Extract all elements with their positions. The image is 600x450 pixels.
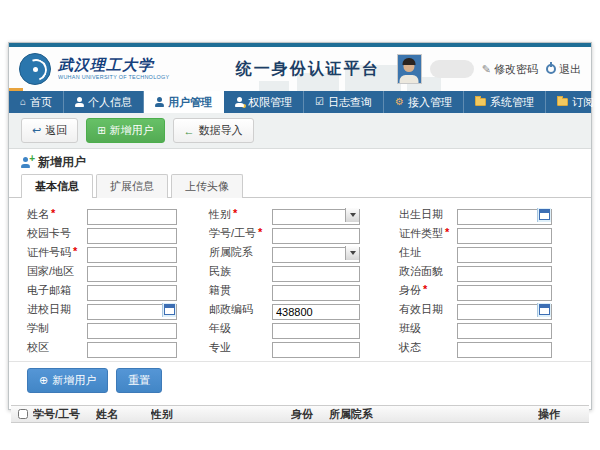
form-tabs: 基本信息 扩展信息 上传头像 <box>9 173 591 198</box>
add-user-label: 新增用户 <box>110 123 154 138</box>
field-class: 班级 <box>399 321 552 337</box>
field-label: 民族 <box>209 264 231 279</box>
back-label: 返回 <box>45 123 67 138</box>
major-input[interactable] <box>272 342 360 358</box>
student-id-input[interactable] <box>272 228 360 244</box>
address-input[interactable] <box>457 247 552 263</box>
logout-link[interactable]: 退出 <box>546 62 581 77</box>
data-import-button[interactable]: ← 数据导入 <box>173 118 254 143</box>
field-native-place: 籍贯 <box>209 283 360 299</box>
select-all-checkbox[interactable] <box>18 409 28 419</box>
nav-item-system-management[interactable]: 系统管理 <box>464 91 546 113</box>
field-label: 进校日期 <box>27 302 71 317</box>
dropdown-arrow-icon[interactable] <box>345 246 359 260</box>
university-name-en: WUHAN UNIVERSITY OF TECHNOLOGY <box>58 74 169 80</box>
calendar-icon[interactable] <box>162 303 176 317</box>
campus-card-input[interactable] <box>87 228 177 244</box>
field-label: 学号/工号 <box>209 226 256 241</box>
field-valid-date: 有效日期 <box>399 302 552 318</box>
field-postal-code: 邮政编码 <box>209 302 360 318</box>
folder-icon <box>475 98 486 106</box>
user-icon <box>155 97 164 107</box>
home-icon: ⌂ <box>20 97 26 107</box>
required-mark: * <box>51 207 55 222</box>
id-type-input[interactable] <box>457 228 552 244</box>
dropdown-arrow-icon[interactable] <box>345 208 359 222</box>
nav-item-access-management[interactable]: ⚙ 接入管理 <box>384 91 464 113</box>
form-row: 电子邮箱 籍贯 身份* <box>27 281 591 300</box>
field-id-type: 证件类型* <box>399 226 552 242</box>
nav-item-user-management[interactable]: 用户管理 <box>144 91 224 113</box>
col-identity: 身份 <box>291 407 329 422</box>
field-label: 姓名 <box>27 207 49 222</box>
plus-circle-icon: ⊕ <box>39 374 48 387</box>
main-nav: ⌂ 首页 个人信息 用户管理 权限管理 ☑ 日志查询 ⚙ 接入管理 系统管理 <box>9 91 591 113</box>
class-input[interactable] <box>457 323 552 339</box>
email-input[interactable] <box>87 285 177 301</box>
field-id-number: 证件号码* <box>27 245 177 261</box>
nav-label: 权限管理 <box>248 95 292 110</box>
field-label: 所属院系 <box>209 245 253 260</box>
field-label: 校园卡号 <box>27 226 71 241</box>
data-import-label: 数据导入 <box>199 123 243 138</box>
nav-label: 订阅管理 <box>572 95 600 110</box>
col-name: 姓名 <box>96 407 151 422</box>
col-gender: 性别 <box>151 407 291 422</box>
form-actions: ⊕ 新增用户 重置 <box>9 361 591 399</box>
political-status-input[interactable] <box>457 266 552 282</box>
reset-label: 重置 <box>128 373 150 388</box>
back-button[interactable]: ↩ 返回 <box>21 118 78 143</box>
change-password-link[interactable]: ✎ 修改密码 <box>482 62 538 77</box>
tab-extended-info[interactable]: 扩展信息 <box>96 174 168 198</box>
checklist-icon: ☑ <box>315 97 324 107</box>
banner-user-area: ✎ 修改密码 退出 <box>397 54 581 84</box>
form-row: 校园卡号 学号/工号* 证件类型* <box>27 224 591 243</box>
grade-input[interactable] <box>272 323 360 339</box>
form-row: 证件号码* 所属院系 住址 <box>27 243 591 262</box>
nav-item-log-query[interactable]: ☑ 日志查询 <box>304 91 384 113</box>
nav-item-permission-management[interactable]: 权限管理 <box>224 91 304 113</box>
nav-item-home[interactable]: ⌂ 首页 <box>9 91 64 113</box>
calendar-icon[interactable] <box>537 208 551 222</box>
gear-icon: ⚙ <box>395 97 404 107</box>
submit-add-user-button[interactable]: ⊕ 新增用户 <box>27 368 108 393</box>
field-schooling: 学制 <box>27 321 177 337</box>
field-gender: 性别* <box>209 207 360 223</box>
university-logo <box>19 53 51 85</box>
nav-item-subscription-management[interactable]: 订阅管理 <box>546 91 600 113</box>
nav-label: 系统管理 <box>490 95 534 110</box>
tab-upload-avatar[interactable]: 上传头像 <box>171 174 243 198</box>
app-window: 武汉理工大学 WUHAN UNIVERSITY OF TECHNOLOGY 统一… <box>8 42 592 410</box>
submit-label: 新增用户 <box>52 373 96 388</box>
tab-basic-info[interactable]: 基本信息 <box>21 174 93 198</box>
identity-input[interactable] <box>457 285 552 301</box>
reset-button[interactable]: 重置 <box>116 368 162 393</box>
ethnicity-input[interactable] <box>272 266 360 282</box>
required-mark: * <box>423 283 427 298</box>
postal-code-input[interactable] <box>272 304 360 320</box>
field-label: 专业 <box>209 340 231 355</box>
field-label: 班级 <box>399 321 421 336</box>
native-place-input[interactable] <box>272 285 360 301</box>
add-user-button[interactable]: ⊞ 新增用户 <box>86 118 164 143</box>
col-department: 所属院系 <box>329 407 538 422</box>
add-box-icon: ⊞ <box>97 125 105 136</box>
calendar-icon[interactable] <box>537 303 551 317</box>
nav-item-personal-info[interactable]: 个人信息 <box>64 91 144 113</box>
status-input[interactable] <box>457 342 552 358</box>
campus-input[interactable] <box>87 342 177 358</box>
field-email: 电子邮箱 <box>27 283 177 299</box>
name-input[interactable] <box>87 209 177 225</box>
user-add-icon: + <box>21 157 33 168</box>
field-campus: 校区 <box>27 340 177 356</box>
platform-title: 统一身份认证平台 <box>236 59 380 80</box>
back-icon: ↩ <box>32 124 41 137</box>
folder-icon <box>557 98 568 106</box>
id-number-input[interactable] <box>87 247 177 263</box>
user-avatar <box>397 54 422 84</box>
schooling-input[interactable] <box>87 323 177 339</box>
field-label: 邮政编码 <box>209 302 253 317</box>
field-label: 有效日期 <box>399 302 443 317</box>
country-input[interactable] <box>87 266 177 282</box>
required-mark: * <box>445 226 449 241</box>
